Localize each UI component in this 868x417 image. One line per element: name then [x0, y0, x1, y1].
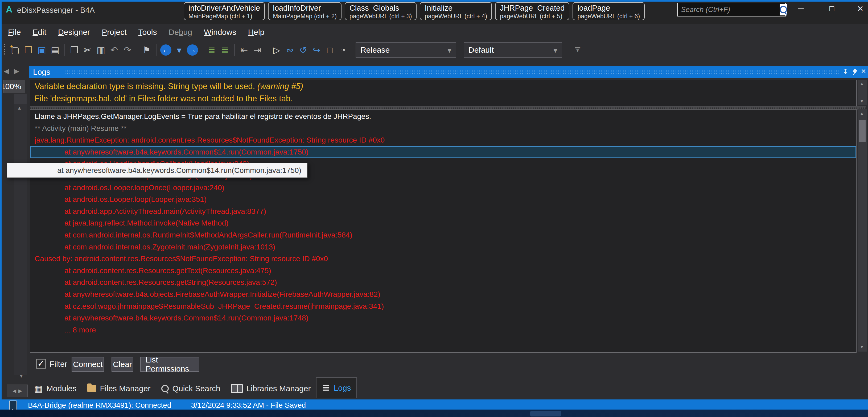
back-history-dropdown[interactable]: ▾ — [173, 43, 186, 57]
build-configuration-select[interactable]: Release — [355, 42, 456, 58]
log-line[interactable]: Caused by: android.content.res.Resources… — [30, 253, 856, 265]
scroll-right-icon[interactable] — [19, 388, 22, 394]
redo-icon[interactable]: ↷ — [121, 43, 134, 57]
save-icon[interactable]: ▣ — [35, 43, 49, 57]
log-line[interactable]: at android.content.res.Resources.getStri… — [30, 277, 856, 288]
log-line[interactable]: Llame a JHRPages.GetManager.LogEvents = … — [30, 111, 856, 123]
save-all-icon[interactable]: ▤ — [49, 43, 62, 57]
log-line[interactable]: ... 8 more — [30, 324, 856, 336]
undo-icon[interactable]: ↶ — [107, 43, 121, 57]
menu-tools[interactable]: Tools — [138, 28, 163, 37]
toolbar-drag-handle[interactable] — [4, 44, 5, 56]
log-line[interactable]: at com.android.internal.os.ZygoteInit.ma… — [30, 241, 856, 253]
log-line[interactable]: at com.android.internal.os.RuntimeInit$M… — [30, 229, 856, 241]
scroll-right-icon[interactable] — [14, 67, 19, 75]
rebuild-icon[interactable]: ↺ — [297, 43, 310, 57]
close-button[interactable] — [852, 3, 868, 14]
scroll-down-icon[interactable] — [860, 345, 864, 349]
clear-button[interactable]: Clear — [112, 357, 133, 372]
quick-tab-4[interactable]: Initialize pageWebURL (ctrl + 4) — [420, 2, 492, 20]
copy-icon[interactable]: ❐ — [68, 43, 81, 57]
editor-zoom-level[interactable]: 100% — [3, 80, 25, 93]
open-file-icon[interactable]: ❒ — [22, 43, 35, 57]
connect-icon[interactable]: ∾ — [283, 43, 297, 57]
quick-tab-5[interactable]: JHRPage_Created pageWebURL (ctrl + 5) — [495, 2, 569, 20]
indent-icon[interactable]: ≣ — [205, 43, 218, 57]
list-permissions-button[interactable]: List Permissions — [140, 357, 199, 372]
scrollbar-thumb[interactable] — [859, 120, 866, 142]
pin-icon[interactable] — [852, 68, 859, 76]
chevron-down-icon — [447, 45, 452, 55]
compile-icon[interactable]: ◔ — [336, 43, 350, 57]
scroll-left-icon[interactable] — [12, 388, 16, 394]
search-button[interactable] — [780, 4, 787, 15]
editor-scrollbar-thumb[interactable] — [14, 94, 27, 104]
editor-scrollbar-track[interactable] — [14, 94, 27, 375]
bookmark-icon[interactable]: ⚑ — [140, 43, 153, 57]
bridge-device-icon — [9, 401, 17, 410]
tab-files-manager[interactable]: Files Manager — [82, 379, 156, 398]
module-select[interactable]: Default — [464, 42, 562, 58]
paste-icon[interactable]: ▥ — [94, 43, 107, 57]
tab-libraries-manager[interactable]: Libraries Manager — [226, 379, 316, 398]
log-line[interactable]: ** Activity (main) Resume ** — [30, 123, 856, 135]
warnings-list[interactable]: Variable declaration type is missing. St… — [30, 80, 857, 106]
navigate-forward-icon[interactable]: → — [186, 43, 199, 57]
horizontal-scroll-buttons[interactable] — [7, 385, 28, 397]
log-line[interactable]: at cz.esol.wogo.jhrmainpage$ResumableSub… — [30, 301, 856, 312]
close-panel-icon[interactable] — [861, 68, 866, 75]
log-line[interactable]: at android.content.res.Resources.getText… — [30, 265, 856, 277]
run-icon[interactable]: ▷ — [270, 43, 283, 57]
search-input[interactable] — [678, 6, 780, 14]
log-line[interactable]: at java.lang.reflect.Method.invoke(Nativ… — [30, 217, 856, 229]
log-line[interactable]: at android.app.ActivityThread.main(Activ… — [30, 206, 856, 217]
outdent-icon[interactable]: ≣ — [218, 43, 231, 57]
menu-edit[interactable]: Edit — [32, 28, 52, 37]
log-output[interactable]: Llame a JHRPages.GetManager.LogEvents = … — [30, 109, 857, 353]
log-line[interactable]: at android.os.Looper.loopOnce(Looper.jav… — [30, 182, 856, 194]
quick-tab-1[interactable]: infoDriverAndVehicle MainPageMap (ctrl +… — [184, 2, 265, 20]
step-icon[interactable]: ↪ — [310, 43, 323, 57]
connect-button[interactable]: Connect — [71, 357, 104, 372]
filter-checkbox[interactable] — [36, 359, 46, 369]
new-file-icon[interactable]: ▢✦ — [8, 43, 22, 57]
menu-project[interactable]: Project — [102, 28, 132, 37]
menu-windows[interactable]: Windows — [204, 28, 242, 37]
warning-line[interactable]: File 'designmaps.bal. old' in Files fold… — [30, 93, 856, 105]
cut-icon[interactable]: ✂ — [81, 43, 94, 57]
tab-quick-search[interactable]: Quick Search — [156, 379, 226, 398]
tab-logs[interactable]: Logs — [316, 377, 357, 398]
quick-tab-2[interactable]: loadInfoDriver MainPageMap (ctrl + 2) — [268, 2, 341, 20]
log-line[interactable]: at anywheresoftware.b4a.keywords.Common$… — [30, 312, 856, 324]
stop-icon[interactable]: □ — [323, 43, 336, 57]
scroll-up-icon[interactable] — [860, 81, 864, 86]
menu-file[interactable]: File — [8, 28, 27, 37]
log-line[interactable]: at android.os.Looper.loop(Looper.java:35… — [30, 194, 856, 206]
minimize-button[interactable] — [793, 3, 809, 14]
quick-tab-6[interactable]: loadPage pageWebURL (ctrl + 6) — [572, 2, 645, 20]
shift-left-icon[interactable]: ⇤ — [238, 43, 251, 57]
scroll-left-icon[interactable] — [4, 67, 9, 75]
menu-debug[interactable]: Debug — [169, 28, 198, 37]
module-value: Default — [468, 45, 494, 55]
menu-help[interactable]: Help — [248, 28, 271, 37]
toolbar-overflow-button[interactable]: ▬▾ — [575, 45, 580, 52]
scroll-down-icon[interactable] — [19, 374, 24, 379]
log-line[interactable]: at anywheresoftware.b4a.keywords.Common$… — [30, 146, 856, 158]
log-scrollbar[interactable] — [858, 109, 867, 352]
log-line[interactable]: at anywheresoftware.b4a.objects.Firebase… — [30, 288, 856, 301]
shift-right-icon[interactable]: ⇥ — [251, 43, 264, 57]
scroll-down-icon[interactable] — [860, 99, 864, 104]
autoscroll-icon[interactable] — [843, 68, 848, 76]
maximize-button[interactable] — [824, 3, 839, 14]
logs-panel-header[interactable]: Logs — [29, 66, 868, 78]
tab-modules[interactable]: Modules — [29, 379, 82, 398]
scroll-up-icon[interactable] — [17, 105, 22, 111]
warnings-scrollbar[interactable] — [858, 80, 867, 105]
log-line[interactable]: java.lang.RuntimeException: android.cont… — [30, 134, 856, 146]
menu-designer[interactable]: Designer — [58, 28, 96, 37]
scroll-up-icon[interactable] — [860, 111, 864, 116]
navigate-back-icon[interactable]: ← — [159, 43, 173, 57]
quick-tab-3[interactable]: Class_Globals pageWebURL (ctrl + 3) — [345, 2, 417, 20]
warning-line[interactable]: Variable declaration type is missing. St… — [30, 80, 856, 93]
